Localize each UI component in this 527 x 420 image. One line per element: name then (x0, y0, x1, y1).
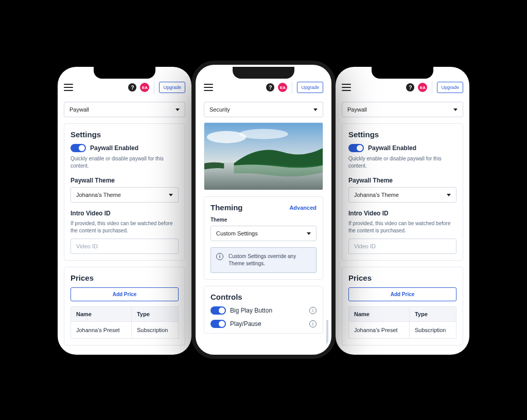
section-picker-label: Paywall (347, 106, 367, 113)
play-pause-label: Play/Pause (230, 320, 261, 327)
section-picker-paywall[interactable]: Paywall (342, 102, 463, 117)
add-price-button[interactable]: Add Price (71, 287, 179, 301)
upgrade-button[interactable]: Upgrade (297, 82, 323, 93)
paywall-theme-value: Johanna's Theme (76, 192, 121, 198)
settings-title: Settings (348, 130, 456, 139)
hamburger-icon[interactable] (342, 84, 351, 91)
big-play-button-toggle[interactable] (210, 306, 226, 315)
info-icon: i (216, 253, 223, 260)
help-icon[interactable]: ? (266, 83, 274, 92)
upgrade-button[interactable]: Upgrade (159, 82, 185, 93)
intro-video-help: If provided, this video can be watched b… (71, 220, 179, 234)
hamburger-icon[interactable] (64, 84, 73, 91)
info-icon[interactable]: i (309, 307, 317, 314)
info-banner-text: Custom Settings override any Theme setti… (229, 253, 311, 267)
phone-center: ? EA Upgrade Security (191, 61, 336, 359)
price-name: Johanna's Preset (71, 322, 132, 339)
big-play-button-label: Big Play Button (230, 307, 272, 314)
theme-select-value: Custom Settings (216, 230, 258, 236)
paywall-theme-select[interactable]: Johanna's Theme (71, 187, 179, 203)
intro-video-label: Intro Video ID (71, 210, 179, 217)
avatar[interactable]: EA (140, 83, 149, 92)
intro-video-input[interactable] (348, 239, 456, 254)
help-icon[interactable]: ? (128, 83, 136, 92)
avatar[interactable]: EA (278, 83, 287, 92)
paywall-enabled-toggle[interactable] (71, 144, 86, 152)
paywall-theme-value: Johanna's Theme (354, 192, 399, 198)
prices-table: Name Type Johanna's Preset Subscription (71, 306, 179, 339)
divider (154, 81, 154, 94)
section-picker-paywall[interactable]: Paywall (64, 102, 185, 117)
svg-point-3 (239, 129, 288, 139)
theme-select[interactable]: Custom Settings (210, 226, 317, 241)
chevron-down-icon (447, 194, 451, 196)
prices-col-type: Type (409, 307, 456, 322)
advanced-link[interactable]: Advanced (289, 205, 317, 211)
controls-title: Controls (210, 293, 317, 301)
paywall-enabled-help: Quickly enable or disable paywall for th… (71, 155, 179, 170)
prices-card: Prices Add Price Name Type Johanna's Pre… (64, 267, 185, 345)
chevron-down-icon (453, 108, 458, 111)
prices-col-name: Name (71, 307, 132, 322)
prices-card: Prices Add Price Name Type Johanna's Pre… (342, 267, 463, 345)
theming-card: Theming Advanced Theme Custom Settings i… (204, 196, 323, 280)
phone-notch (233, 67, 294, 79)
phone-notch (94, 66, 155, 79)
chevron-down-icon (307, 232, 311, 235)
add-price-button[interactable]: Add Price (348, 287, 456, 301)
divider (432, 81, 432, 94)
price-type: Subscription (131, 322, 178, 339)
info-banner: i Custom Settings override any Theme set… (210, 247, 317, 273)
paywall-enabled-toggle[interactable] (348, 144, 364, 152)
section-picker-label: Security (209, 106, 230, 113)
prices-title: Prices (348, 273, 456, 282)
chevron-down-icon (175, 108, 180, 111)
intro-video-label: Intro Video ID (348, 210, 456, 217)
controls-card: Controls Big Play Button i Play/Pause i (204, 286, 323, 334)
settings-title: Settings (71, 130, 179, 139)
theme-field-label: Theme (210, 217, 317, 223)
table-row[interactable]: Johanna's Preset Subscription (71, 322, 179, 339)
phone-left: ? EA Upgrade Paywall Settings Paywall En… (58, 67, 191, 355)
help-icon[interactable]: ? (406, 83, 414, 92)
theming-title: Theming (210, 203, 243, 212)
section-picker-label: Paywall (69, 106, 89, 113)
table-row[interactable]: Johanna's Preset Subscription (349, 322, 456, 339)
scrollbar[interactable] (326, 320, 328, 349)
paywall-enabled-help: Quickly enable or disable paywall for th… (348, 155, 456, 170)
avatar[interactable]: EA (418, 83, 427, 92)
paywall-enabled-label: Paywall Enabled (368, 144, 416, 152)
paywall-theme-label: Paywall Theme (348, 177, 456, 184)
paywall-theme-select[interactable]: Johanna's Theme (348, 187, 456, 203)
paywall-enabled-label: Paywall Enabled (90, 144, 138, 152)
section-picker-security[interactable]: Security (204, 102, 323, 117)
phone-right: ? EA Upgrade Paywall Settings Paywall En… (336, 67, 469, 355)
hamburger-icon[interactable] (204, 84, 213, 91)
preview-image (204, 122, 323, 190)
phone-notch (372, 66, 433, 79)
intro-video-help: If provided, this video can be watched b… (348, 220, 456, 234)
divider (292, 81, 292, 94)
chevron-down-icon (169, 194, 173, 196)
upgrade-button[interactable]: Upgrade (437, 82, 463, 93)
prices-table: Name Type Johanna's Preset Subscription (348, 306, 456, 339)
intro-video-input[interactable] (71, 239, 179, 254)
settings-card: Settings Paywall Enabled Quickly enable … (64, 123, 185, 261)
prices-col-type: Type (131, 307, 178, 322)
prices-title: Prices (71, 273, 179, 282)
info-icon[interactable]: i (309, 320, 317, 327)
settings-card: Settings Paywall Enabled Quickly enable … (342, 123, 463, 261)
price-type: Subscription (409, 322, 456, 339)
price-name: Johanna's Preset (349, 322, 410, 339)
paywall-theme-label: Paywall Theme (71, 177, 179, 184)
play-pause-toggle[interactable] (210, 320, 226, 328)
prices-col-name: Name (349, 307, 410, 322)
chevron-down-icon (313, 108, 318, 111)
